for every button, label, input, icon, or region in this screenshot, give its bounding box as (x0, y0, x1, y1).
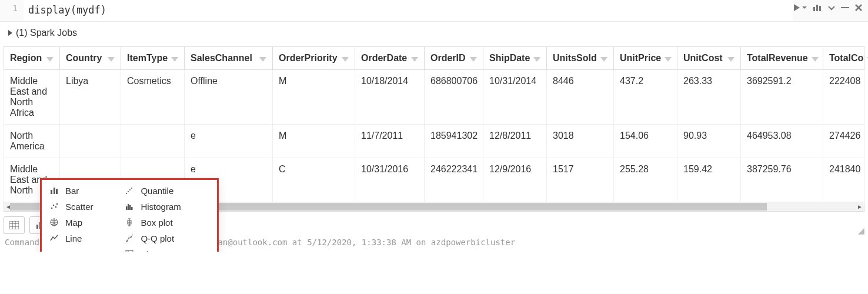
cell-shipdate: 12/9/2016 (483, 158, 547, 202)
svg-point-15 (131, 188, 132, 189)
cell-toolbar (793, 0, 868, 15)
chart-menu-scatter[interactable]: Scatter (49, 202, 113, 212)
svg-point-14 (129, 189, 131, 191)
column-header-totalcost[interactable]: TotalCo (823, 46, 864, 69)
chart-menu-quantile[interactable]: Quantile (124, 186, 210, 196)
menu-item-label: Line (65, 233, 82, 243)
column-label: Country (66, 53, 102, 64)
cell-orderid: 686800706 (425, 69, 483, 124)
sort-icon[interactable] (342, 57, 349, 62)
column-header-saleschannel[interactable]: SalesChannel (185, 46, 273, 69)
column-header-orderdate[interactable]: OrderDate (355, 46, 425, 69)
sort-icon[interactable] (259, 57, 266, 62)
spark-jobs-toggle[interactable]: (1) Spark Jobs (0, 22, 868, 44)
chart-menu-bar[interactable]: Bar (49, 186, 113, 196)
column-label: UnitCost (683, 53, 723, 64)
sort-icon[interactable] (600, 57, 607, 62)
column-header-country[interactable]: Country (60, 46, 121, 69)
cell-orderpriority: C (273, 158, 355, 202)
svg-rect-3 (841, 7, 849, 8)
sort-icon[interactable] (533, 57, 540, 62)
column-label: Region (10, 53, 42, 64)
chart-menu-box-plot[interactable]: Box plot (124, 218, 210, 228)
column-label: ShipDate (489, 53, 530, 64)
svg-point-9 (55, 206, 57, 208)
cell-totalrevenue: 464953.08 (741, 124, 823, 158)
table-view-button[interactable] (4, 216, 25, 234)
cell-region: Middle East and North Africa (4, 69, 60, 124)
expand-button[interactable] (828, 5, 835, 11)
cell-orderdate: 11/7/2011 (355, 124, 425, 158)
column-label: TotalRevenue (747, 53, 808, 64)
svg-point-12 (126, 193, 127, 194)
chart-type-menu: BarScatterMapLineAreaPie QuantileHistogr… (41, 179, 218, 252)
column-header-totalrevenue[interactable]: TotalRevenue (741, 46, 823, 69)
cell-itemtype (121, 124, 185, 158)
chart-view-button[interactable] (813, 4, 822, 12)
cell-region: North America (4, 124, 60, 158)
sort-icon[interactable] (470, 57, 477, 62)
menu-item-label: Pivot (141, 249, 160, 252)
column-label: SalesChannel (191, 53, 252, 64)
svg-point-8 (53, 205, 55, 206)
histogram-icon (124, 202, 135, 211)
column-label: OrderDate (361, 53, 407, 64)
code-editor[interactable]: display(mydf) (24, 0, 793, 21)
sort-icon[interactable] (727, 57, 735, 62)
sort-icon[interactable] (665, 57, 672, 62)
chart-menu-line[interactable]: Line (49, 233, 113, 243)
table-row: Middle East and North AfricaLibyaCosmeti… (4, 69, 864, 124)
cell-totalrevenue: 387259.76 (741, 158, 823, 202)
run-button[interactable] (793, 4, 807, 12)
svg-rect-16 (126, 206, 128, 210)
column-header-unitprice[interactable]: UnitPrice (614, 46, 677, 69)
sort-icon[interactable] (411, 57, 418, 62)
map-icon (49, 218, 59, 226)
column-header-orderpriority[interactable]: OrderPriority (273, 46, 355, 69)
svg-rect-18 (129, 205, 131, 210)
cell-unitprice: 255.28 (614, 158, 677, 202)
chart-menu-pivot[interactable]: Pivot (124, 249, 210, 252)
svg-point-27 (128, 238, 129, 239)
column-label: OrderPriority (279, 53, 338, 64)
resize-grip-icon[interactable]: ◢ (858, 226, 864, 235)
box-icon (124, 218, 135, 226)
cell-totalcost: 274426 (823, 124, 864, 158)
svg-rect-29 (126, 250, 133, 252)
column-header-unitcost[interactable]: UnitCost (677, 46, 741, 69)
column-header-orderid[interactable]: OrderID (425, 46, 483, 69)
cell-shipdate: 10/31/2014 (483, 69, 547, 124)
close-button[interactable] (855, 4, 862, 11)
sort-icon[interactable] (108, 57, 115, 62)
menu-item-label: Map (65, 218, 82, 228)
column-label: OrderID (430, 53, 466, 64)
column-header-shipdate[interactable]: ShipDate (483, 46, 547, 69)
column-label: UnitsSold (553, 53, 597, 64)
chart-menu-map[interactable]: Map (49, 218, 113, 228)
sort-icon[interactable] (812, 57, 819, 62)
column-header-region[interactable]: Region (4, 46, 60, 69)
chart-menu-histogram[interactable]: Histogram (124, 202, 210, 212)
cell-country (60, 124, 121, 158)
column-header-unitssold[interactable]: UnitsSold (547, 46, 614, 69)
spark-jobs-label: (1) Spark Jobs (16, 28, 77, 38)
cell-orderpriority: M (273, 124, 355, 158)
table-row: North AmericaeM11/7/201118594130212/8/20… (4, 124, 864, 158)
chart-menu-q-q-plot[interactable]: Q-Q plot (124, 233, 210, 243)
svg-rect-6 (56, 189, 58, 194)
chart-menu-area[interactable]: Area (49, 249, 113, 252)
sort-icon[interactable] (171, 57, 178, 62)
line-number: 1 (0, 0, 24, 16)
scroll-right-arrow[interactable]: ► (856, 202, 864, 211)
cell-unitssold: 3018 (547, 124, 614, 158)
sort-icon[interactable] (46, 57, 54, 62)
column-label: ItemType (127, 53, 168, 64)
svg-rect-1 (816, 5, 818, 11)
cell-saleschannel: Offline (185, 69, 273, 124)
output-region: RegionCountryItemTypeSalesChannelOrderPr… (4, 46, 864, 212)
column-header-itemtype[interactable]: ItemType (121, 46, 185, 69)
cell-unitssold: 1517 (547, 158, 614, 202)
column-label: UnitPrice (620, 53, 661, 64)
cell-country: Libya (60, 69, 121, 124)
minimize-button[interactable] (841, 6, 849, 9)
